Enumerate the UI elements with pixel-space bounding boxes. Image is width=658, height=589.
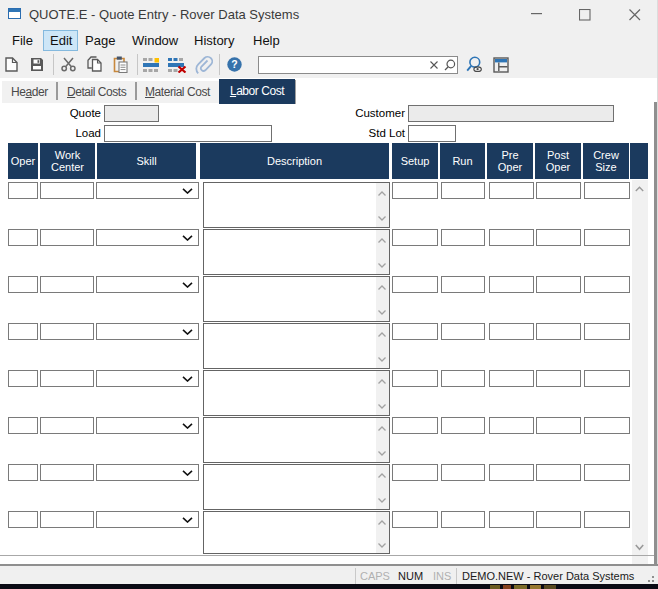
svg-text:?: ?: [231, 58, 237, 70]
